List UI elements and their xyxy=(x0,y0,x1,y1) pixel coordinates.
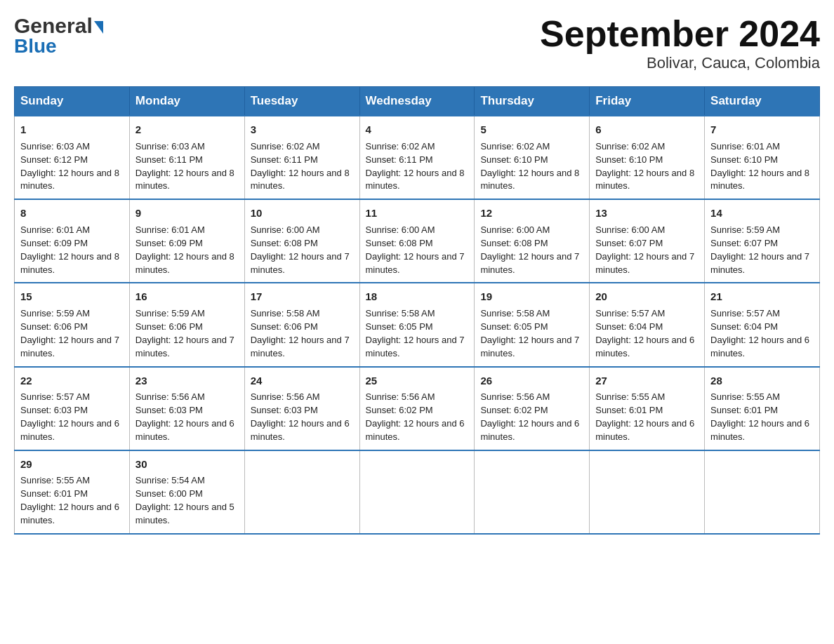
day-number: 3 xyxy=(251,122,354,137)
calendar-cell: 23 Sunrise: 5:56 AM Sunset: 6:03 PM Dayl… xyxy=(129,367,244,450)
daylight-info: Daylight: 12 hours and 8 minutes. xyxy=(135,168,234,192)
day-number: 19 xyxy=(480,289,583,304)
day-number: 11 xyxy=(366,206,469,221)
logo-blue-text: Blue xyxy=(14,35,57,58)
daylight-info: Daylight: 12 hours and 7 minutes. xyxy=(595,251,694,275)
calendar-cell: 14 Sunrise: 5:59 AM Sunset: 6:07 PM Dayl… xyxy=(705,199,820,283)
daylight-info: Daylight: 12 hours and 8 minutes. xyxy=(366,168,465,192)
calendar-cell: 4 Sunrise: 6:02 AM Sunset: 6:11 PM Dayli… xyxy=(359,116,475,199)
calendar-title: September 2024 xyxy=(540,14,820,54)
sunrise-info: Sunrise: 6:01 AM xyxy=(135,224,205,235)
sunrise-info: Sunrise: 5:57 AM xyxy=(595,308,665,318)
weekday-header-wednesday: Wednesday xyxy=(359,87,475,116)
calendar-week-5: 29 Sunrise: 5:55 AM Sunset: 6:01 PM Dayl… xyxy=(15,450,820,534)
calendar-subtitle: Bolivar, Cauca, Colombia xyxy=(540,54,820,72)
day-number: 24 xyxy=(251,373,354,389)
logo: General Blue xyxy=(14,14,103,58)
daylight-info: Daylight: 12 hours and 8 minutes. xyxy=(595,168,694,192)
weekday-header-row: SundayMondayTuesdayWednesdayThursdayFrid… xyxy=(15,87,820,116)
day-number: 27 xyxy=(595,373,699,389)
sunrise-info: Sunrise: 6:00 AM xyxy=(595,224,665,235)
calendar-cell: 27 Sunrise: 5:55 AM Sunset: 6:01 PM Dayl… xyxy=(590,367,705,450)
day-number: 7 xyxy=(710,122,814,137)
calendar-cell: 7 Sunrise: 6:01 AM Sunset: 6:10 PM Dayli… xyxy=(705,116,820,199)
day-number: 15 xyxy=(20,289,124,304)
sunset-info: Sunset: 6:03 PM xyxy=(135,405,203,415)
calendar-cell xyxy=(705,450,820,534)
calendar-cell: 9 Sunrise: 6:01 AM Sunset: 6:09 PM Dayli… xyxy=(129,199,244,283)
calendar-cell: 2 Sunrise: 6:03 AM Sunset: 6:11 PM Dayli… xyxy=(129,116,244,199)
sunrise-info: Sunrise: 5:58 AM xyxy=(480,308,550,318)
sunset-info: Sunset: 6:09 PM xyxy=(135,238,203,248)
day-number: 13 xyxy=(595,206,699,221)
sunset-info: Sunset: 6:06 PM xyxy=(20,321,88,332)
daylight-info: Daylight: 12 hours and 7 minutes. xyxy=(480,251,579,275)
sunset-info: Sunset: 6:06 PM xyxy=(251,321,318,332)
daylight-info: Daylight: 12 hours and 6 minutes. xyxy=(135,418,234,442)
calendar-cell: 3 Sunrise: 6:02 AM Sunset: 6:11 PM Dayli… xyxy=(244,116,359,199)
calendar-table: SundayMondayTuesdayWednesdayThursdayFrid… xyxy=(14,86,820,535)
day-number: 6 xyxy=(595,122,699,137)
sunset-info: Sunset: 6:08 PM xyxy=(251,238,318,248)
calendar-cell: 12 Sunrise: 6:00 AM Sunset: 6:08 PM Dayl… xyxy=(475,199,590,283)
sunset-info: Sunset: 6:02 PM xyxy=(480,405,548,415)
sunrise-info: Sunrise: 5:57 AM xyxy=(20,391,90,402)
calendar-cell: 10 Sunrise: 6:00 AM Sunset: 6:08 PM Dayl… xyxy=(244,199,359,283)
calendar-cell: 20 Sunrise: 5:57 AM Sunset: 6:04 PM Dayl… xyxy=(590,283,705,366)
day-number: 16 xyxy=(135,289,239,304)
sunset-info: Sunset: 6:01 PM xyxy=(595,405,663,415)
day-number: 4 xyxy=(366,122,469,137)
calendar-cell xyxy=(590,450,705,534)
sunrise-info: Sunrise: 6:02 AM xyxy=(366,141,435,152)
weekday-header-thursday: Thursday xyxy=(475,87,590,116)
daylight-info: Daylight: 12 hours and 7 minutes. xyxy=(366,335,465,358)
day-number: 14 xyxy=(710,206,814,221)
daylight-info: Daylight: 12 hours and 7 minutes. xyxy=(135,335,234,358)
weekday-header-saturday: Saturday xyxy=(705,87,820,116)
sunset-info: Sunset: 6:05 PM xyxy=(480,321,548,332)
sunrise-info: Sunrise: 5:59 AM xyxy=(135,308,205,318)
daylight-info: Daylight: 12 hours and 5 minutes. xyxy=(135,502,234,525)
daylight-info: Daylight: 12 hours and 8 minutes. xyxy=(20,251,119,275)
calendar-cell xyxy=(359,450,475,534)
sunset-info: Sunset: 6:07 PM xyxy=(595,238,663,248)
sunset-info: Sunset: 6:08 PM xyxy=(366,238,433,248)
sunrise-info: Sunrise: 6:02 AM xyxy=(251,141,320,152)
sunset-info: Sunset: 6:03 PM xyxy=(20,405,88,415)
calendar-cell: 8 Sunrise: 6:01 AM Sunset: 6:09 PM Dayli… xyxy=(15,199,130,283)
calendar-week-1: 1 Sunrise: 6:03 AM Sunset: 6:12 PM Dayli… xyxy=(15,116,820,199)
daylight-info: Daylight: 12 hours and 6 minutes. xyxy=(20,418,119,442)
calendar-cell: 5 Sunrise: 6:02 AM Sunset: 6:10 PM Dayli… xyxy=(475,116,590,199)
calendar-cell: 13 Sunrise: 6:00 AM Sunset: 6:07 PM Dayl… xyxy=(590,199,705,283)
calendar-cell: 1 Sunrise: 6:03 AM Sunset: 6:12 PM Dayli… xyxy=(15,116,130,199)
title-area: September 2024 Bolivar, Cauca, Colombia xyxy=(540,14,820,72)
sunset-info: Sunset: 6:11 PM xyxy=(366,154,433,165)
calendar-week-3: 15 Sunrise: 5:59 AM Sunset: 6:06 PM Dayl… xyxy=(15,283,820,366)
day-number: 2 xyxy=(135,122,239,137)
calendar-cell: 18 Sunrise: 5:58 AM Sunset: 6:05 PM Dayl… xyxy=(359,283,475,366)
daylight-info: Daylight: 12 hours and 7 minutes. xyxy=(20,335,119,358)
sunset-info: Sunset: 6:00 PM xyxy=(135,488,203,499)
weekday-header-friday: Friday xyxy=(590,87,705,116)
daylight-info: Daylight: 12 hours and 8 minutes. xyxy=(135,251,234,275)
day-number: 12 xyxy=(480,206,583,221)
daylight-info: Daylight: 12 hours and 6 minutes. xyxy=(595,335,694,358)
sunrise-info: Sunrise: 6:01 AM xyxy=(710,141,780,152)
day-number: 8 xyxy=(20,206,124,221)
day-number: 17 xyxy=(251,289,354,304)
sunrise-info: Sunrise: 6:03 AM xyxy=(135,141,205,152)
weekday-header-monday: Monday xyxy=(129,87,244,116)
sunrise-info: Sunrise: 6:01 AM xyxy=(20,224,90,235)
daylight-info: Daylight: 12 hours and 6 minutes. xyxy=(20,502,119,525)
daylight-info: Daylight: 12 hours and 8 minutes. xyxy=(710,168,809,192)
day-number: 21 xyxy=(710,289,814,304)
sunrise-info: Sunrise: 5:59 AM xyxy=(710,224,780,235)
sunrise-info: Sunrise: 5:57 AM xyxy=(710,308,780,318)
calendar-cell xyxy=(475,450,590,534)
daylight-info: Daylight: 12 hours and 7 minutes. xyxy=(366,251,465,275)
day-number: 1 xyxy=(20,122,124,137)
sunset-info: Sunset: 6:05 PM xyxy=(366,321,433,332)
sunset-info: Sunset: 6:02 PM xyxy=(366,405,433,415)
calendar-cell xyxy=(244,450,359,534)
logo-triangle-icon xyxy=(94,21,103,34)
